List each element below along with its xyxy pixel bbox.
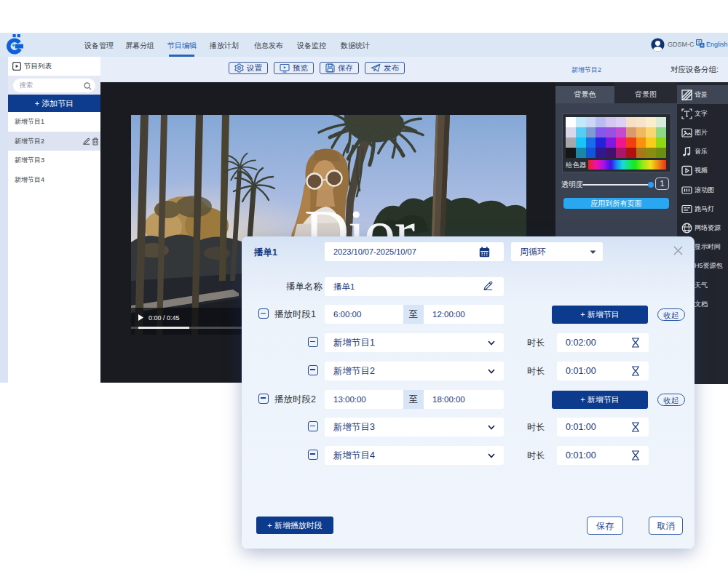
svg-text:0:00 / 0:45: 0:00 / 0:45: [149, 314, 180, 322]
svg-text:A: A: [700, 43, 703, 47]
